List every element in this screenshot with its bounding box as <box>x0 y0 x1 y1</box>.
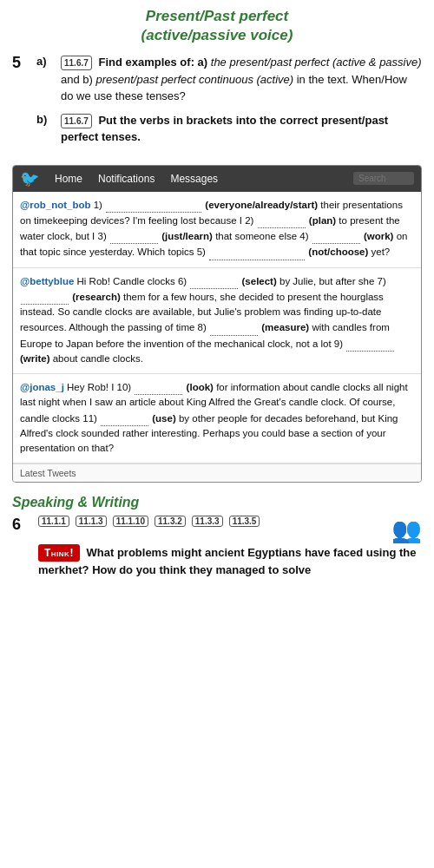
think-label: Think! <box>38 544 80 562</box>
verb5: (not/choose) <box>308 247 368 257</box>
section-6: Speaking & Writing 6 11.1.1 11.1.3 11.1.… <box>0 490 434 584</box>
section-6-row: 6 11.1.1 11.1.3 11.1.10 11.3.2 11.3.3 11… <box>12 516 422 579</box>
latest-tweets-text: Latest Tweets <box>20 468 76 478</box>
block2-num7: 7) <box>378 276 386 286</box>
question-number-5: 5 <box>12 54 33 72</box>
twitter-block-1: @rob_not_bob 1) (everyone/already/start)… <box>13 192 421 268</box>
verb11: (use) <box>152 413 175 424</box>
block1-num3: 3) <box>97 231 106 241</box>
handle-jonas: @jonas_j <box>20 382 64 392</box>
block2-num8: 8) <box>198 322 207 332</box>
section-5: 5 a) 11.6.7 Find examples of: a) the pre… <box>0 49 434 158</box>
block3-num10: 10) <box>117 382 132 392</box>
question-5: 5 a) 11.6.7 Find examples of: a) the pre… <box>12 54 422 105</box>
question-5a-text: 11.6.7 Find examples of: a) the present/… <box>61 54 422 105</box>
block1-num4: 4) <box>299 231 308 241</box>
badge-6-2: 11.1.3 <box>76 516 107 527</box>
person-icon: 👥 <box>391 516 422 544</box>
blank-9 <box>346 336 394 352</box>
title-line1: Present/Past perfect <box>146 8 288 24</box>
block3-intro: Hey Rob! I <box>67 382 117 392</box>
question-5b-row: 5 b) 11.6.7 Put the verbs in brackets in… <box>12 112 422 146</box>
blank-5 <box>209 244 305 260</box>
badge-6-6: 11.3.5 <box>229 516 260 527</box>
section-6-number: 6 <box>12 516 33 534</box>
blank-2 <box>258 213 306 228</box>
twitter-header: 🐦 Home Notifications Messages <box>13 166 421 192</box>
handle-betty: @bettyblue <box>20 276 74 286</box>
verb1: (everyone/already/start) <box>205 200 318 210</box>
block1-text3: that someone else <box>215 231 299 241</box>
question-letter-b: b) <box>36 112 57 126</box>
block2-num9: 9) <box>334 339 343 349</box>
twitter-block-2: @bettyblue Hi Rob! Candle clocks 6) (sel… <box>13 268 421 375</box>
verb4: (work) <box>364 231 394 241</box>
italic-text-2: present/past perfect continuous (active) <box>95 73 293 86</box>
badge-6-5: 11.3.3 <box>192 516 223 527</box>
verb8: (measure) <box>261 322 309 332</box>
block2-num6: 6) <box>178 276 187 286</box>
blank-3 <box>110 228 158 244</box>
block1-text5: yet? <box>372 247 391 257</box>
top-heading-section: Present/Past perfect (active/passive voi… <box>0 0 434 49</box>
title-line2: (active/passive voice) <box>141 27 293 43</box>
blank-1 <box>106 197 201 213</box>
verb2: (plan) <box>309 215 336 226</box>
verb3: (just/learn) <box>161 231 213 241</box>
badge-5a: 11.6.7 <box>61 56 92 70</box>
italic-text-1: the present/past perfect (active & passi… <box>211 56 422 69</box>
question-5b-text: 11.6.7 Put the verbs in brackets into th… <box>61 112 422 146</box>
twitter-bird-icon: 🐦 <box>20 169 39 188</box>
latest-tweets-label: Latest Tweets <box>13 464 421 482</box>
block2-intro: Hi Rob! Candle clocks <box>77 276 178 286</box>
block3-num11: 11) <box>82 413 97 424</box>
verb6: (select) <box>242 276 277 286</box>
twitter-nav-notifications[interactable]: Notifications <box>95 171 158 187</box>
twitter-block-3: @jonas_j Hey Rob! I 10) (look) for infor… <box>13 374 421 464</box>
verb10: (look) <box>187 382 214 392</box>
twitter-nav-home[interactable]: Home <box>51 171 86 187</box>
s6-bold-text: What problems might ancient Egyptians ha… <box>38 546 416 576</box>
page-wrapper: Present/Past perfect (active/passive voi… <box>0 0 434 584</box>
twitter-box: 🐦 Home Notifications Messages @rob_not_b… <box>12 165 422 483</box>
badge-6-1: 11.1.1 <box>38 516 69 527</box>
block1-num5: 5) <box>197 247 206 257</box>
block2-text9: about candle clocks. <box>53 353 143 364</box>
section-6-title: Speaking & Writing <box>12 495 422 510</box>
verb9: (write) <box>20 353 50 364</box>
blank-7 <box>21 289 69 305</box>
s6-badge-icon-row: 11.1.1 11.1.3 11.1.10 11.3.2 11.3.3 11.3… <box>38 516 422 544</box>
block1-num1: 1) <box>94 200 102 210</box>
blank-8 <box>210 319 258 335</box>
page-main-title: Present/Past perfect (active/passive voi… <box>14 7 420 45</box>
blank-6 <box>190 273 238 289</box>
blank-10 <box>135 379 182 395</box>
blank-11 <box>101 411 148 426</box>
section-6-content: 11.1.1 11.1.3 11.1.10 11.3.2 11.3.3 11.3… <box>38 516 422 579</box>
badge-row-6: 11.1.1 11.1.3 11.1.10 11.3.2 11.3.3 11.3… <box>38 516 388 527</box>
put-verbs-text: Put the verbs in brackets into the corre… <box>61 114 388 144</box>
block1-num2: 2) <box>245 215 253 226</box>
find-text: Find examples of: a) <box>98 56 207 69</box>
badge-6-3: 11.1.10 <box>113 516 148 527</box>
verb7: (research) <box>72 292 121 302</box>
twitter-search-input[interactable] <box>353 172 414 185</box>
twitter-nav-messages[interactable]: Messages <box>167 171 221 187</box>
handle-rob: @rob_not_bob <box>20 200 90 210</box>
blank-4 <box>312 228 360 244</box>
section-6-text: Think! What problems might ancient Egypt… <box>38 544 422 579</box>
badge-6-4: 11.3.2 <box>155 516 186 527</box>
badge-5b: 11.6.7 <box>61 114 92 128</box>
block2-text6: by Julie, but after she <box>279 276 378 286</box>
question-letter-a: a) <box>36 54 57 68</box>
